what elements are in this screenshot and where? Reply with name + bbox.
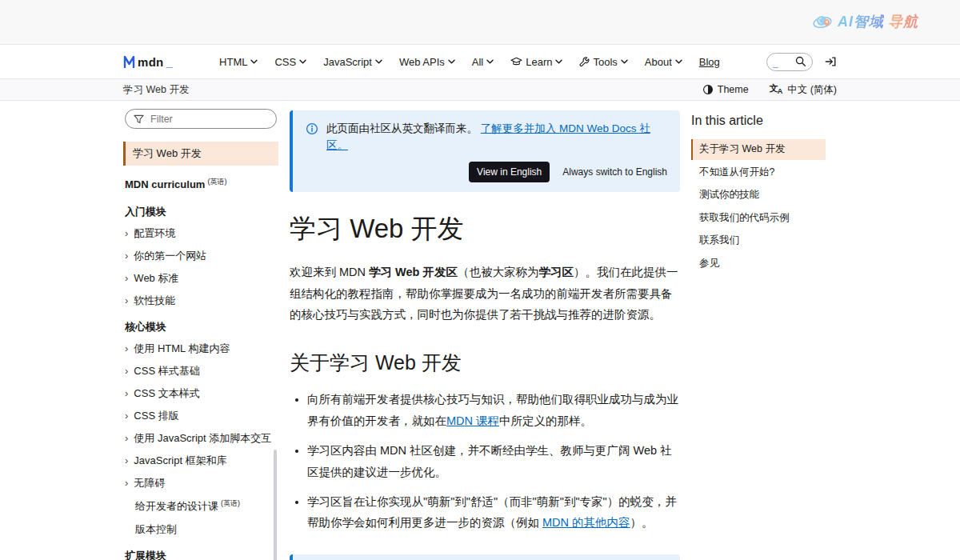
sidebar-item[interactable]: ›CSS 文本样式 bbox=[123, 382, 278, 405]
inline-link[interactable]: MDN 课程 bbox=[446, 414, 499, 427]
chevron-right-icon[interactable]: › bbox=[125, 454, 128, 467]
sidebar-item[interactable]: ›JavaScript 框架和库 bbox=[123, 450, 278, 472]
always-switch-label[interactable]: Always switch to English bbox=[562, 166, 667, 178]
sidebar-item[interactable]: 版本控制 bbox=[123, 518, 278, 541]
text-segment: 欢迎来到 MDN bbox=[290, 266, 369, 278]
breadcrumb-bar: 学习 Web 开发 Theme 文A 中文 (简体) bbox=[0, 79, 960, 101]
chevron-right-icon[interactable]: › bbox=[125, 431, 128, 445]
text-segment: （也被大家称为 bbox=[458, 266, 539, 278]
ai-watermark-logo: AI智域 导航 bbox=[813, 12, 918, 31]
sidebar-item[interactable]: ›软性技能 bbox=[123, 290, 278, 312]
view-in-english-button[interactable]: View in English bbox=[469, 162, 550, 182]
search-icon[interactable] bbox=[795, 56, 806, 67]
sidebar-item-label: 使用 HTML 构建内容 bbox=[134, 342, 230, 356]
toc-item[interactable]: 测试你的技能 bbox=[691, 185, 826, 206]
sidebar-item[interactable]: ›你的第一个网站 bbox=[123, 245, 278, 267]
chevron-right-icon[interactable]: › bbox=[125, 476, 128, 490]
text-segment: 学习 Web 开发区 bbox=[369, 266, 458, 278]
sidebar-item-label: 你的第一个网站 bbox=[134, 249, 206, 263]
mdn-logo-text: mdn bbox=[138, 55, 164, 69]
chevron-right-icon[interactable]: › bbox=[125, 226, 128, 240]
nav-item-label: Learn bbox=[526, 56, 552, 68]
translation-notice-text: 此页面由社区从英文翻译而来。 bbox=[326, 122, 478, 134]
article-main: 此页面由社区从英文翻译而来。 了解更多并加入 MDN Web Docs 社区。 … bbox=[290, 107, 680, 560]
sidebar-item-label: 配置环境 bbox=[134, 226, 175, 241]
sidebar-item-label: Web 标准 bbox=[134, 271, 178, 286]
filter-funnel-icon bbox=[134, 114, 144, 124]
toc-item[interactable]: 关于学习 Web 开发 bbox=[691, 139, 826, 160]
theme-button[interactable]: Theme bbox=[702, 84, 749, 95]
nav-item-label: Tools bbox=[593, 56, 617, 68]
nav-item-label: All bbox=[472, 56, 483, 68]
theme-icon bbox=[702, 84, 714, 95]
chevron-right-icon[interactable]: › bbox=[125, 294, 128, 307]
sidebar-item-label: CSS 样式基础 bbox=[134, 364, 199, 378]
chevron-right-icon[interactable]: › bbox=[125, 271, 128, 285]
sidebar-item[interactable]: ›CSS 排版 bbox=[123, 405, 278, 427]
nav-item-learn[interactable]: Learn bbox=[510, 56, 562, 68]
nav-item-html[interactable]: HTML bbox=[219, 56, 258, 68]
sidebar-item[interactable]: ›Web 标准 bbox=[123, 267, 278, 290]
sidebar-item[interactable]: ›使用 HTML 构建内容 bbox=[123, 338, 278, 360]
sidebar-item-label: CSS 排版 bbox=[134, 409, 178, 423]
toc-item[interactable]: 获取我们的代码示例 bbox=[691, 208, 826, 229]
chevron-right-icon[interactable]: › bbox=[125, 386, 128, 400]
nav-item-tools[interactable]: Tools bbox=[579, 56, 627, 68]
sidebar-item[interactable]: ›无障碍 bbox=[123, 472, 278, 494]
filter-input[interactable] bbox=[149, 113, 268, 126]
about-bullet: 向所有前端开发者提供核心技巧与知识，帮助他们取得职业成功与成为业界有价值的开发者… bbox=[307, 389, 680, 432]
toc-item[interactable]: 参见 bbox=[691, 254, 826, 274]
sidebar-item[interactable]: ›使用 JavaScript 添加脚本交互 bbox=[123, 427, 278, 450]
sidebar-filter[interactable] bbox=[125, 109, 277, 129]
chevron-right-icon[interactable]: › bbox=[125, 249, 128, 262]
chevron-right-icon[interactable]: › bbox=[125, 342, 128, 355]
nav-item-label: HTML bbox=[219, 56, 247, 68]
chevron-right-icon[interactable]: › bbox=[125, 409, 128, 422]
mdn-logo-caret: _ bbox=[166, 55, 173, 69]
nav-item-label: Web APIs bbox=[399, 56, 445, 68]
nav-item-all[interactable]: All bbox=[472, 56, 494, 68]
sidebar-item[interactable]: ›CSS 样式基础 bbox=[123, 360, 278, 382]
primary-nav: HTMLCSSJavaScriptWeb APIsAllLearnToolsAb… bbox=[219, 56, 720, 68]
sidebar-section-heading: 核心模块 bbox=[123, 312, 278, 338]
nav-item-web-apis[interactable]: Web APIs bbox=[399, 56, 455, 68]
sign-in-button[interactable] bbox=[824, 55, 837, 68]
nav-item-label: CSS bbox=[274, 56, 296, 68]
nav-item-label: About bbox=[645, 56, 672, 68]
nav-item-about[interactable]: About bbox=[645, 56, 682, 68]
toc-item[interactable]: 不知道从何开始? bbox=[691, 162, 826, 183]
about-bullet-list: 向所有前端开发者提供核心技巧与知识，帮助他们取得职业成功与成为业界有价值的开发者… bbox=[290, 389, 680, 534]
mdn-m-icon bbox=[123, 55, 135, 68]
chevron-down-icon bbox=[299, 59, 306, 64]
chevron-right-icon[interactable]: › bbox=[125, 364, 128, 378]
search-input[interactable]: _ bbox=[766, 53, 813, 71]
about-bullet: 学习区旨在让你实现从"萌新"到"舒适"（而非"萌新"到"专家"）的蜕变，并帮助你… bbox=[307, 491, 680, 534]
nav-item-blog[interactable]: Blog bbox=[699, 56, 720, 68]
sidebar-scrollbar[interactable] bbox=[274, 450, 277, 560]
chevron-down-icon bbox=[675, 59, 682, 64]
nav-item-javascript[interactable]: JavaScript bbox=[323, 56, 382, 68]
breadcrumb[interactable]: 学习 Web 开发 bbox=[123, 83, 189, 97]
watermark-text-primary: AI智域 bbox=[838, 12, 884, 31]
toc-title: In this article bbox=[691, 114, 826, 128]
locale-badge: (英语) bbox=[221, 499, 240, 507]
sidebar-item[interactable]: 给开发者的设计课(英语) bbox=[123, 494, 278, 518]
nav-item-label: Blog bbox=[699, 56, 720, 68]
language-button[interactable]: 文A 中文 (简体) bbox=[770, 83, 837, 97]
mdn-logo[interactable]: mdn _ bbox=[123, 55, 173, 69]
sidebar-item-current[interactable]: 学习 Web 开发 bbox=[123, 142, 278, 166]
note-banner: 备注： 最后更新时间：2025 年八月（参见更新记录）。 bbox=[290, 554, 680, 560]
watermark-text-secondary: 导航 bbox=[888, 12, 918, 31]
language-label: 中文 (简体) bbox=[787, 83, 837, 97]
nav-item-css[interactable]: CSS bbox=[274, 56, 306, 68]
chevron-down-icon bbox=[448, 59, 455, 64]
sidebar-item[interactable]: ›配置环境 bbox=[123, 222, 278, 245]
inline-link[interactable]: MDN 的其他内容 bbox=[542, 516, 630, 529]
sign-in-icon bbox=[824, 55, 837, 68]
sidebar-item[interactable]: MDN curriculum(英语) bbox=[123, 172, 278, 195]
toc-item[interactable]: 联系我们 bbox=[691, 230, 826, 251]
sidebar-item-label: 版本控制 bbox=[135, 522, 177, 537]
chevron-down-icon bbox=[555, 59, 562, 64]
sidebar-section-heading: 入门模块 bbox=[123, 197, 278, 222]
chevron-down-icon bbox=[486, 59, 494, 64]
